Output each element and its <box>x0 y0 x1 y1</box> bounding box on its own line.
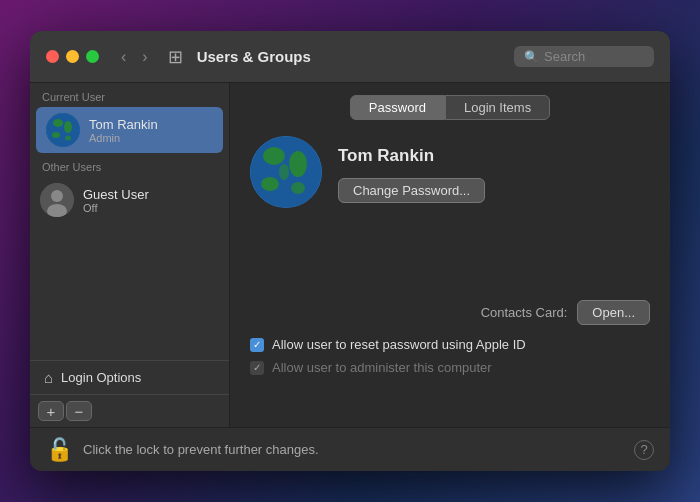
help-button[interactable]: ? <box>634 440 654 460</box>
home-icon: ⌂ <box>44 369 53 386</box>
tom-info: Tom Rankin Admin <box>89 117 158 144</box>
guest-name: Guest User <box>83 187 149 202</box>
lock-text: Click the lock to prevent further change… <box>83 442 624 457</box>
reset-password-checkbox[interactable]: ✓ <box>250 338 264 352</box>
close-button[interactable] <box>46 50 59 63</box>
administer-label: Allow user to administer this computer <box>272 360 492 375</box>
reset-password-row: ✓ Allow user to reset password using App… <box>250 337 650 352</box>
main-panel: Password Login Items <box>230 83 670 427</box>
svg-point-14 <box>279 164 289 180</box>
svg-point-4 <box>65 136 71 141</box>
svg-point-11 <box>289 151 307 177</box>
search-icon: 🔍 <box>524 50 539 64</box>
tom-name: Tom Rankin <box>89 117 158 132</box>
reset-password-label: Allow user to reset password using Apple… <box>272 337 526 352</box>
administer-row: ✓ Allow user to administer this computer <box>250 360 650 375</box>
user-item-guest[interactable]: Guest User Off <box>30 177 229 223</box>
profile-name: Tom Rankin <box>338 146 650 166</box>
svg-point-13 <box>291 182 305 194</box>
profile-info: Tom Rankin Change Password... <box>338 136 650 203</box>
nav-buttons: ‹ › <box>115 46 154 68</box>
tom-avatar <box>46 113 80 147</box>
back-button[interactable]: ‹ <box>115 46 132 68</box>
titlebar: ‹ › ⊞ Users & Groups 🔍 <box>30 31 670 83</box>
tab-bar: Password Login Items <box>250 95 650 120</box>
lock-icon[interactable]: 🔓 <box>46 437 73 463</box>
guest-avatar <box>40 183 74 217</box>
svg-point-10 <box>263 147 285 165</box>
bottom-bar: 🔓 Click the lock to prevent further chan… <box>30 427 670 471</box>
change-password-button[interactable]: Change Password... <box>338 178 485 203</box>
guest-info: Guest User Off <box>83 187 149 214</box>
administer-checkbox: ✓ <box>250 361 264 375</box>
profile-avatar <box>250 136 322 208</box>
content-area: Current User Tom Rankin Admin <box>30 83 670 427</box>
maximize-button[interactable] <box>86 50 99 63</box>
search-input[interactable] <box>544 49 644 64</box>
remove-user-button[interactable]: − <box>66 401 92 421</box>
window-title: Users & Groups <box>197 48 504 65</box>
checkmark-disabled-icon: ✓ <box>253 362 261 373</box>
search-box[interactable]: 🔍 <box>514 46 654 67</box>
svg-point-3 <box>52 132 60 138</box>
tab-password[interactable]: Password <box>350 95 445 120</box>
sidebar: Current User Tom Rankin Admin <box>30 83 230 427</box>
minimize-button[interactable] <box>66 50 79 63</box>
other-users-label: Other Users <box>30 153 229 177</box>
forward-button[interactable]: › <box>136 46 153 68</box>
grid-icon: ⊞ <box>168 46 183 68</box>
current-user-label: Current User <box>30 83 229 107</box>
guest-role: Off <box>83 202 149 214</box>
traffic-lights <box>46 50 99 63</box>
tab-login-items[interactable]: Login Items <box>445 95 550 120</box>
login-options-item[interactable]: ⌂ Login Options <box>30 360 229 394</box>
open-contacts-button[interactable]: Open... <box>577 300 650 325</box>
checkmark-icon: ✓ <box>253 339 261 350</box>
sidebar-actions: + − <box>30 394 229 427</box>
main-window: ‹ › ⊞ Users & Groups 🔍 Current User <box>30 31 670 471</box>
contacts-card-label: Contacts Card: <box>481 305 568 320</box>
profile-section: Tom Rankin Change Password... <box>250 136 650 224</box>
svg-point-12 <box>261 177 279 191</box>
svg-point-2 <box>64 121 72 133</box>
contacts-row: Contacts Card: Open... <box>250 300 650 325</box>
login-options-label: Login Options <box>61 370 141 385</box>
add-user-button[interactable]: + <box>38 401 64 421</box>
tom-role: Admin <box>89 132 158 144</box>
user-item-tom[interactable]: Tom Rankin Admin <box>36 107 223 153</box>
svg-point-7 <box>51 190 63 202</box>
svg-point-1 <box>53 119 63 127</box>
